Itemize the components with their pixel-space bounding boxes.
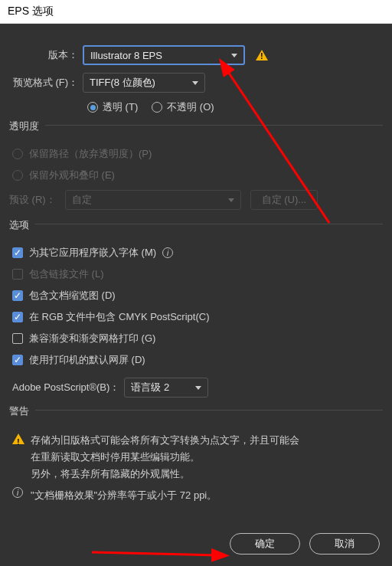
include-thumbs-checkbox[interactable]: ✓ [12,290,23,301]
warning-1-line-a: 存储为旧版格式可能会将所有文字转换为点文字，并且可能会 [31,432,378,449]
ok-button[interactable]: 确定 [230,533,300,555]
include-thumbs-label: 包含文档缩览图 (D) [29,289,116,303]
preserve-appearance-label: 保留外观和叠印 (E) [29,168,115,182]
version-select[interactable]: Illustrator 8 EPS [83,45,245,65]
include-linked-row: 包含链接文件 (L) [12,267,383,281]
transparent-radio[interactable] [87,102,98,113]
preset-value: 自定 [72,193,92,207]
chevron-down-icon [231,54,237,57]
use-printer-defaults-row: ✓ 使用打印机的默认网屏 (D) [12,353,383,367]
preview-value: TIFF(8 位颜色) [90,76,155,90]
chevron-down-icon [195,386,201,390]
preset-row: 预设 (R)： 自定 自定 (U)... [9,190,383,210]
warning-icon [256,50,268,61]
preview-label: 预览格式 (F)： [9,76,83,90]
include-cmyk-row: ✓ 在 RGB 文件中包含 CMYK PostScript(C) [12,310,383,324]
options-group: 选项 ✓ 为其它应用程序嵌入字体 (M) i 包含链接文件 (L) ✓ 包含文档… [9,224,383,398]
postscript-select[interactable]: 语言级 2 [124,378,208,398]
include-cmyk-label: 在 RGB 文件中包含 CMYK PostScript(C) [29,310,209,324]
dialog-footer: 确定 取消 [230,533,380,555]
svg-line-1 [92,552,216,555]
preset-label: 预设 (R)： [9,193,56,207]
warnings-group: 警告 存储为旧版格式可能会将所有文字转换为点文字，并且可能会 在重新读取文档时停… [9,410,383,507]
warning-1-line-b: 在重新读取文档时停用某些编辑功能。 [31,449,378,466]
preserve-appearance-radio [12,170,23,181]
postscript-value: 语言级 2 [131,381,169,394]
warning-1: 存储为旧版格式可能会将所有文字转换为点文字，并且可能会 在重新读取文档时停用某些… [9,429,383,486]
dialog-body: 版本： Illustrator 8 EPS 预览格式 (F)： TIFF(8 位… [0,24,392,566]
version-value: Illustrator 8 EPS [90,50,162,61]
opaque-label: 不透明 (O) [167,100,214,114]
transparent-label: 透明 (T) [103,100,138,114]
include-thumbs-row: ✓ 包含文档缩览图 (D) [12,289,383,303]
include-linked-label: 包含链接文件 (L) [29,267,104,281]
embed-fonts-checkbox[interactable]: ✓ [12,247,23,258]
preview-row: 预览格式 (F)： TIFF(8 位颜色) [9,73,383,93]
options-title: 选项 [9,218,35,232]
info-icon: i [12,487,23,498]
use-printer-defaults-label: 使用打印机的默认网屏 (D) [29,353,145,367]
dialog-title: EPS 选项 [0,0,392,24]
cancel-button[interactable]: 取消 [309,533,380,555]
custom-preset-button: 自定 (U)... [250,190,318,210]
preview-format-select[interactable]: TIFF(8 位颜色) [83,73,205,93]
transparency-group: 透明度 保留路径（放弃透明度）(P) 保留外观和叠印 (E) 预设 (R)： 自… [9,125,383,210]
warning-2-text: "文档栅格效果"分辨率等于或小于 72 ppi。 [31,487,378,504]
postscript-row: Adobe PostScript®(B)： 语言级 2 [12,378,383,398]
preset-select: 自定 [65,190,241,210]
warning-1-line-c: 另外，将丢弃所有隐藏的外观属性。 [31,466,378,483]
warning-2: i "文档栅格效果"分辨率等于或小于 72 ppi。 [9,484,383,507]
preserve-paths-row: 保留路径（放弃透明度）(P) [12,147,383,161]
preserve-paths-radio [12,149,23,159]
preserve-appearance-row: 保留外观和叠印 (E) [12,168,383,182]
preserve-paths-label: 保留路径（放弃透明度）(P) [29,147,152,161]
opaque-radio[interactable] [152,102,162,113]
info-icon[interactable]: i [162,247,173,258]
chevron-down-icon [228,198,234,202]
chevron-down-icon [192,81,198,85]
compat-gradient-row: 兼容渐变和渐变网格打印 (G) [12,332,383,345]
version-row: 版本： Illustrator 8 EPS [9,45,383,65]
compat-gradient-checkbox[interactable] [12,333,23,344]
embed-fonts-row: ✓ 为其它应用程序嵌入字体 (M) i [12,246,383,260]
postscript-label: Adobe PostScript®(B)： [12,381,119,394]
version-label: 版本： [9,48,83,62]
warning-icon [12,433,24,444]
include-cmyk-checkbox[interactable]: ✓ [12,312,23,322]
preview-transparency-radios: 透明 (T) 不透明 (O) [87,100,383,114]
include-linked-checkbox [12,269,23,280]
compat-gradient-label: 兼容渐变和渐变网格打印 (G) [29,332,155,345]
warnings-title: 警告 [9,404,35,418]
use-printer-defaults-checkbox[interactable]: ✓ [12,355,23,365]
embed-fonts-label: 为其它应用程序嵌入字体 (M) [29,246,156,260]
transparency-title: 透明度 [9,119,45,133]
